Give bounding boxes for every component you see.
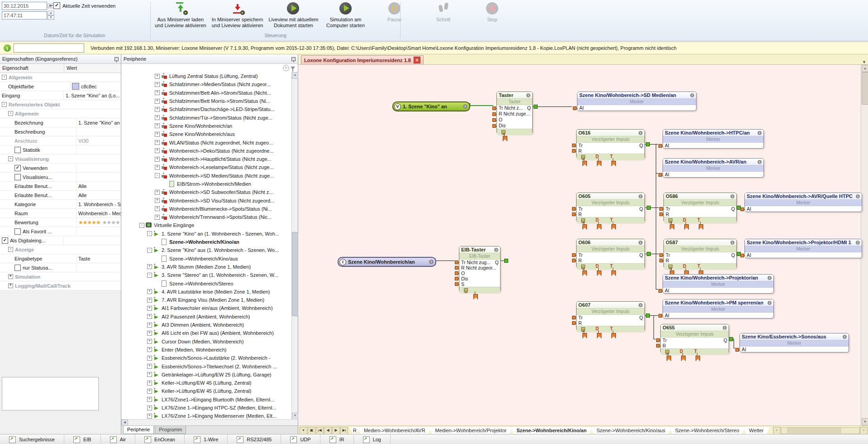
page-overview-icon[interactable]: ▣ <box>308 427 315 434</box>
schritt-button[interactable]: Schritt <box>419 0 468 23</box>
property-value[interactable]: Alle <box>76 182 121 190</box>
tree-item[interactable]: +Wohnbereich->Deko/Status (Nicht zugeord… <box>121 147 292 155</box>
expand-icon[interactable]: + <box>147 339 152 344</box>
info-icon[interactable]: i <box>639 131 643 135</box>
info-icon[interactable]: i <box>494 248 498 252</box>
property-row[interactable]: -Visualisierung <box>0 154 121 164</box>
property-row[interactable]: Als Favorit ... <box>0 227 121 236</box>
tree-item[interactable]: +Wohnbereich->SD Subwoofer/Status (Nicht… <box>121 188 292 196</box>
param-pin[interactable] <box>611 270 616 276</box>
param-pin[interactable] <box>582 161 587 166</box>
expand-icon[interactable]: + <box>155 165 160 170</box>
info-icon[interactable]: i <box>856 194 860 198</box>
merker-avr-an[interactable]: Szene Kino/Wohnbereich->AVR/aniMerkerAI <box>663 158 764 178</box>
expand-icon[interactable]: + <box>155 206 160 211</box>
statusbar-tab-rs232-485[interactable]: RS232/485 <box>228 434 281 444</box>
block-input-ai[interactable]: AI <box>745 252 862 258</box>
collapse-icon[interactable]: - <box>147 231 152 236</box>
liveview-start-button[interactable]: Liveview mit aktuellemDokument starten <box>266 0 321 29</box>
color-swatch[interactable] <box>72 83 79 90</box>
block-output-q[interactable]: Q <box>495 260 499 265</box>
block-input-r[interactable]: R Nicht zuge... <box>497 111 532 117</box>
scroll-up-icon[interactable]: ▲ <box>862 65 868 72</box>
info-icon[interactable]: i <box>768 301 772 305</box>
property-value[interactable]: VI30 <box>76 136 121 145</box>
simulation-time-input[interactable] <box>2 11 47 19</box>
block-input-tr[interactable]: TrQ <box>661 338 729 343</box>
expand-icon[interactable]: + <box>147 364 152 369</box>
block-input-r[interactable]: R <box>664 258 736 263</box>
function-block-eib-taster[interactable]: EIB-TasteriEIB-TasterTr Nicht zug...QR N… <box>459 246 501 292</box>
tree-item[interactable]: +Wohnbereich->Hauptlicht/Status (Nicht z… <box>121 155 292 163</box>
tree-item[interactable]: -Wohnbereich->SD Medien/Status (Nicht zu… <box>121 172 292 180</box>
tree-item[interactable]: +Schlafzimmer/Dachschäge->LED-Stripe/Sta… <box>121 105 292 113</box>
property-row[interactable]: Visualisieru... <box>0 173 121 182</box>
expand-icon[interactable]: + <box>147 306 152 311</box>
property-row[interactable]: Kategorie1. Wohnbereich - Sze... <box>0 200 121 209</box>
merker-projektor-an[interactable]: Szene Kino/Wohnbereich->Projektor/aniMer… <box>663 274 774 294</box>
collapse-icon[interactable]: - <box>8 111 13 116</box>
expand-icon[interactable]: + <box>155 115 160 120</box>
page-tab[interactable]: Wetter <box>743 427 770 434</box>
tree-item[interactable]: +7. AVR Eingang Visu (Medien Zone 1, Med… <box>121 296 292 304</box>
property-row[interactable]: RaumWohnbereich - Medien <box>0 209 121 218</box>
statusbar-tab-suchergebnisse[interactable]: Suchergebnisse <box>0 434 64 444</box>
block-input-tr[interactable]: TrQ <box>577 315 644 320</box>
info-icon[interactable]: i <box>843 335 847 339</box>
block-output-q[interactable]: Q <box>639 252 643 258</box>
scroll-up-icon[interactable]: ▲ <box>292 72 298 79</box>
block-input-tr[interactable]: Tr Nicht z...Q <box>497 105 532 111</box>
function-block-O586[interactable]: O586iVerzögerter ImpulsTrQRDT <box>663 193 737 222</box>
tree-item[interactable]: -Virtuelle Eingänge <box>121 221 292 229</box>
tab-programm[interactable]: Programm <box>155 426 186 434</box>
page-menu-dropdown-icon[interactable]: ▾ <box>300 427 307 434</box>
tree-search-input[interactable] <box>123 64 283 72</box>
expand-icon[interactable]: + <box>8 274 13 279</box>
collapse-icon[interactable]: - <box>155 173 160 178</box>
block-input-tr[interactable]: TrQ <box>577 252 644 258</box>
info-icon[interactable]: i <box>429 260 434 264</box>
page-tab[interactable]: Szene->Wohnbereich/Stereo <box>669 427 745 434</box>
param-pin[interactable] <box>611 224 616 230</box>
info-icon[interactable]: i <box>723 326 727 330</box>
tabs-scroll-track[interactable] <box>781 427 860 434</box>
param-pin[interactable] <box>597 333 601 338</box>
page-tab[interactable]: Szene->Wohnbereich/Kino/aus <box>590 427 672 434</box>
property-row[interactable]: nur Statusa... <box>0 263 121 272</box>
tree-item[interactable]: +Schlafzimmer/Tür->Strom/Status (Nicht z… <box>121 113 292 121</box>
tree-item[interactable]: +Lüftung Zentral Status (Lüftung, Zentra… <box>121 72 292 80</box>
param-pin[interactable] <box>684 224 689 230</box>
expand-icon[interactable]: + <box>147 372 152 377</box>
tree-item[interactable]: -2. Szene "Kino" aus (1. Wohnbereich - S… <box>121 246 292 254</box>
statusbar-tab-eib[interactable]: EIB <box>64 434 101 444</box>
tree-item[interactable]: +Essbereich/Sonos->Lautstärke (2. Wohnbe… <box>121 354 292 362</box>
first-page-icon[interactable]: |◀ <box>316 427 324 434</box>
simulation-date-input[interactable] <box>2 2 47 10</box>
filter-icon[interactable] <box>291 67 295 69</box>
time-up-icon[interactable]: ▲ <box>48 11 54 15</box>
statusbar-tab-1-wire[interactable]: 1-Wire <box>185 434 228 444</box>
collapse-icon[interactable]: - <box>139 223 144 228</box>
als-digitaleing--checkbox[interactable]: ✓ <box>2 237 8 244</box>
info-icon[interactable]: i <box>690 93 694 97</box>
info-icon[interactable]: i <box>758 160 762 164</box>
block-input-r[interactable]: R <box>577 258 644 263</box>
prev-page-icon[interactable]: ◀ <box>324 427 332 434</box>
property-value[interactable]: ★★★★★★★★★ <box>76 218 121 227</box>
collapse-icon[interactable]: - <box>147 273 152 278</box>
tabs-scroll-right-icon[interactable]: › <box>860 427 868 434</box>
tree-item[interactable]: +LX76/Zone1->Eingang Bluetooth (Medien, … <box>121 396 292 404</box>
param-pin[interactable] <box>582 333 587 338</box>
expand-icon[interactable]: + <box>155 148 160 153</box>
page-tab[interactable]: Medien->Wohnbereich/AVR <box>358 427 432 434</box>
expand-icon[interactable]: + <box>155 190 160 195</box>
vinput-node[interactable]: V1. Szene "Kino" ani <box>392 101 470 111</box>
tree-item[interactable]: +AI1 Farbwechsler ein/aus (Ambient, Wohn… <box>121 304 292 312</box>
merker-pm-sperren[interactable]: Szene Kino/Wohnbereich->PM sperren/aniMe… <box>663 299 774 319</box>
param-pin[interactable] <box>696 356 700 361</box>
param-pin[interactable] <box>611 161 616 166</box>
rating-stars-filled[interactable]: ★★★★★ <box>78 219 100 226</box>
tree-item[interactable]: +Wohnbereich->SD Visu/Status (Nicht zuge… <box>121 196 292 204</box>
block-input-o[interactable]: O <box>459 270 500 276</box>
block-input-o[interactable]: O <box>497 117 532 123</box>
